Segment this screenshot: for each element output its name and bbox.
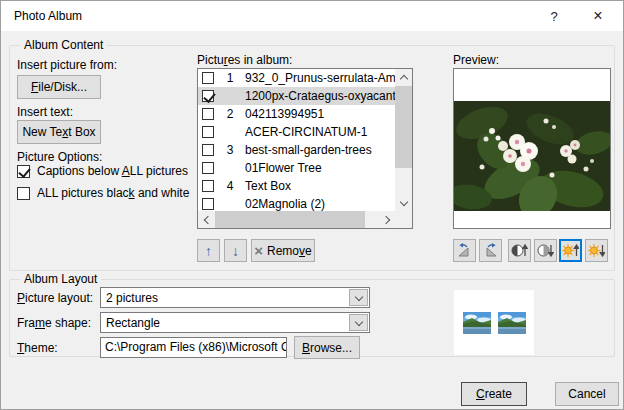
new-text-box-button[interactable]: New Text Box	[17, 120, 101, 144]
cancel-button[interactable]: Cancel	[555, 382, 619, 406]
pictures-rows: 1 932_0_Prunus-serrulata-Amanogawa 1200p…	[198, 69, 395, 211]
pictures-listbox[interactable]: 1 932_0_Prunus-serrulata-Amanogawa 1200p…	[197, 68, 413, 229]
brightness-down-button[interactable]	[585, 239, 608, 262]
insert-text-label: Insert text:	[17, 105, 73, 119]
picture-options-label: Picture Options:	[17, 150, 102, 164]
preview-label: Preview:	[453, 53, 499, 67]
dialog-title: Photo Album	[14, 1, 82, 31]
contrast-up-button[interactable]	[508, 239, 531, 262]
list-item[interactable]: 4 Text Box	[198, 177, 395, 195]
contrast-up-icon	[511, 243, 528, 258]
frame-shape-value: Rectangle	[106, 316, 160, 330]
item-checkbox[interactable]	[202, 126, 214, 138]
item-label: 01Flower Tree	[245, 161, 322, 175]
photo-album-dialog: Photo Album ? × Album Content Insert pic…	[0, 0, 624, 410]
album-layout-group-label: Album Layout	[20, 272, 101, 286]
file-disk-button-label: File/Disk...	[31, 80, 87, 94]
scroll-right-arrow-icon[interactable]	[378, 211, 395, 228]
vertical-scroll-thumb[interactable]	[395, 86, 412, 168]
list-item[interactable]: ACER-CIRCINATUM-1	[198, 123, 395, 141]
frame-shape-label: Frame shape:	[17, 316, 91, 330]
move-down-button[interactable]: ↓	[224, 239, 247, 262]
item-number: 2	[224, 107, 236, 121]
list-item[interactable]: 01Flower Tree	[198, 159, 395, 177]
item-checkbox[interactable]	[202, 198, 214, 210]
insert-picture-from-label: Insert picture from:	[17, 58, 117, 72]
browse-button[interactable]: Browse...	[294, 336, 360, 359]
item-label: 02Magnolia (2)	[245, 197, 325, 211]
chevron-down-icon	[354, 292, 362, 300]
contrast-down-icon	[537, 243, 554, 258]
layout-picture-icon	[498, 312, 526, 334]
scroll-up-arrow-icon[interactable]	[395, 69, 412, 86]
brightness-up-button[interactable]	[559, 239, 582, 262]
item-checkbox[interactable]	[202, 108, 214, 120]
item-label: Text Box	[245, 179, 291, 193]
picture-layout-dropdown-button[interactable]	[349, 289, 368, 306]
list-item[interactable]: 1200px-Crataegus-oxyacantha-flowe	[198, 87, 395, 105]
picture-layout-combobox[interactable]: 2 pictures	[100, 287, 370, 308]
item-checkbox[interactable]	[202, 162, 214, 174]
new-text-box-button-label: New Text Box	[22, 125, 95, 139]
scroll-left-arrow-icon[interactable]	[198, 211, 215, 228]
preview-photo	[454, 101, 610, 211]
captions-checkbox-row[interactable]: Captions below ALL pictures	[17, 164, 188, 178]
item-label: ACER-CIRCINATUM-1	[245, 125, 367, 139]
cancel-button-label: Cancel	[568, 387, 605, 401]
frame-shape-dropdown-button[interactable]	[349, 314, 368, 331]
black-white-checkbox-label: ALL pictures black and white	[37, 186, 189, 200]
list-item[interactable]: 02Magnolia (2)	[198, 195, 395, 211]
rotate-left-icon	[456, 243, 473, 258]
theme-input[interactable]: C:\Program Files (x86)\Microsoft Off	[100, 337, 287, 358]
create-button[interactable]: Create	[461, 382, 527, 406]
rotate-right-icon	[482, 243, 499, 258]
item-label: 042113994951	[245, 107, 324, 121]
black-white-checkbox-row[interactable]: ALL pictures black and white	[17, 186, 189, 200]
layout-preview	[454, 290, 534, 355]
item-checkbox[interactable]	[202, 180, 214, 192]
rotate-left-button[interactable]	[453, 239, 476, 262]
list-item[interactable]: 3 best-small-garden-trees	[198, 141, 395, 159]
preview-box	[453, 68, 611, 229]
scrollbar-corner	[395, 211, 412, 228]
chevron-down-icon	[354, 317, 362, 325]
help-icon: ?	[550, 9, 557, 24]
captions-checkbox[interactable]	[17, 165, 30, 178]
item-label: 932_0_Prunus-serrulata-Amanogawa	[245, 71, 395, 85]
picture-layout-value: 2 pictures	[106, 291, 158, 305]
item-checkbox[interactable]	[202, 144, 214, 156]
file-disk-button[interactable]: File/Disk...	[17, 75, 101, 99]
remove-x-icon: ×	[254, 243, 263, 258]
horizontal-scrollbar[interactable]	[198, 211, 395, 228]
remove-button[interactable]: × Remove	[251, 239, 315, 262]
create-button-label: Create	[476, 387, 512, 401]
picture-layout-label: Picture layout:	[17, 291, 93, 305]
remove-button-label: Remove	[267, 244, 312, 258]
list-item[interactable]: 2 042113994951	[198, 105, 395, 123]
item-label: 1200px-Crataegus-oxyacantha-flowe	[245, 89, 395, 103]
album-content-group-label: Album Content	[20, 38, 107, 52]
titlebar: Photo Album ? ×	[1, 1, 623, 31]
rotate-right-button[interactable]	[479, 239, 502, 262]
black-white-checkbox[interactable]	[17, 187, 30, 200]
item-label: best-small-garden-trees	[245, 143, 372, 157]
up-arrow-icon: ↑	[205, 244, 212, 258]
vertical-scrollbar[interactable]	[395, 69, 412, 211]
list-item[interactable]: 1 932_0_Prunus-serrulata-Amanogawa	[198, 69, 395, 87]
close-button[interactable]: ×	[581, 1, 615, 31]
horizontal-scroll-thumb[interactable]	[215, 211, 365, 228]
pictures-in-album-label: Pictures in album:	[197, 53, 292, 67]
contrast-down-button[interactable]	[534, 239, 557, 262]
browse-button-label: Browse...	[302, 341, 352, 355]
layout-picture-icon	[463, 312, 491, 334]
scroll-down-arrow-icon[interactable]	[395, 194, 412, 211]
captions-checkbox-label: Captions below ALL pictures	[37, 164, 188, 178]
down-arrow-icon: ↓	[232, 244, 239, 258]
move-up-button[interactable]: ↑	[197, 239, 220, 262]
item-checkbox[interactable]	[202, 90, 214, 102]
frame-shape-combobox[interactable]: Rectangle	[100, 312, 370, 333]
item-checkbox[interactable]	[202, 72, 214, 84]
theme-label: Theme:	[17, 341, 58, 355]
help-button[interactable]: ?	[537, 1, 571, 31]
item-number: 1	[224, 71, 236, 85]
